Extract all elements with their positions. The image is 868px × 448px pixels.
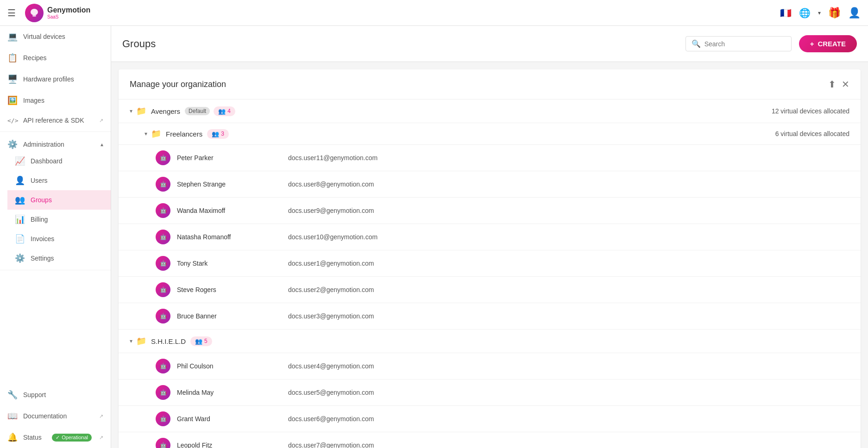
- member-name: Stephen Strange: [177, 180, 260, 188]
- badge-members-shield: 👥 5: [190, 336, 212, 346]
- group-row-shield: 📁 S.H.I.E.L.D 👥 5: [119, 330, 861, 353]
- layout: 💻 Virtual devices 📋 Recipes 🖥️ Hardware …: [0, 26, 868, 448]
- member-count: 4: [227, 108, 231, 114]
- chevron-down-icon[interactable]: ▾: [818, 10, 821, 16]
- sidebar-sub-label: Dashboard: [31, 157, 63, 165]
- sidebar-item-images[interactable]: 🖼️ Images: [0, 90, 111, 111]
- member-email: docs.user4@genymotion.com: [288, 362, 374, 370]
- sidebar-item-status[interactable]: 🔔 Status ✓ Operational ↗: [0, 427, 111, 448]
- page-header: Groups 🔍 + CREATE: [111, 26, 868, 62]
- sidebar-label: Recipes: [23, 54, 103, 62]
- sidebar-sub-label: Billing: [31, 216, 48, 223]
- sidebar-item-documentation[interactable]: 📖 Documentation ↗: [0, 405, 111, 427]
- panel-header: Manage your organization ⬆ ✕: [119, 69, 861, 100]
- sidebar-sub-label: Users: [31, 177, 48, 184]
- sidebar-item-groups[interactable]: 👥 Groups: [7, 190, 111, 210]
- sidebar-item-settings[interactable]: ⚙️ Settings: [7, 249, 111, 268]
- upload-button[interactable]: ⬆: [828, 79, 836, 90]
- member-email: docs.user2@genymotion.com: [288, 286, 374, 293]
- sidebar-item-billing[interactable]: 📊 Billing: [7, 210, 111, 229]
- member-row: 🤖 Wanda Maximoff docs.user9@genymotion.c…: [119, 198, 861, 224]
- subgroup-row-freelancers: 📁 Freelancers 👥 3 6 virtual devices allo…: [119, 123, 861, 145]
- member-row: 🤖 Peter Parker docs.user11@genymotion.co…: [119, 145, 861, 171]
- check-icon: ✓: [56, 435, 60, 441]
- status-text: Operational: [62, 435, 88, 440]
- create-button[interactable]: + CREATE: [799, 35, 857, 52]
- users-icon: 👤: [15, 175, 25, 186]
- sidebar-item-support[interactable]: 🔧 Support: [0, 384, 111, 405]
- status-icon: 🔔: [7, 432, 18, 442]
- navbar-right: 🇫🇷 🌐 ▾ 🎁 👤: [780, 7, 861, 19]
- hamburger-menu[interactable]: ☰: [7, 7, 16, 19]
- sidebar-label: Support: [23, 391, 103, 398]
- group-row-avengers: 📁 Avengers Default 👥 4 12 virtual device…: [119, 100, 861, 123]
- chevron-freelancers[interactable]: [145, 131, 147, 137]
- robot-icon: 🤖: [160, 286, 167, 293]
- sidebar-item-invoices[interactable]: 📄 Invoices: [7, 229, 111, 249]
- member-row: 🤖 Bruce Banner docs.user3@genymotion.com: [119, 303, 861, 330]
- logo-text: Genymotion SaaS: [47, 6, 90, 19]
- avatar-steve: 🤖: [156, 282, 170, 297]
- group-allocation-freelancers: 6 virtual devices allocated: [775, 130, 849, 137]
- member-name: Tony Stark: [177, 260, 260, 267]
- avatar-peter: 🤖: [156, 150, 170, 165]
- member-email: docs.user6@genymotion.com: [288, 415, 374, 423]
- member-row: 🤖 Grant Ward docs.user6@genymotion.com: [119, 406, 861, 432]
- recipes-icon: 📋: [7, 53, 18, 63]
- user-icon[interactable]: 👤: [848, 7, 861, 19]
- external-link-icon: ↗: [99, 413, 103, 419]
- close-button[interactable]: ✕: [842, 79, 849, 90]
- members-icon: 👥: [212, 131, 219, 137]
- globe-icon[interactable]: 🌐: [799, 7, 811, 19]
- member-row: 🤖 Steve Rogers docs.user2@genymotion.com: [119, 277, 861, 303]
- logo: Genymotion SaaS: [25, 4, 90, 22]
- sidebar-item-users[interactable]: 👤 Users: [7, 171, 111, 190]
- chevron-shield[interactable]: [130, 338, 132, 344]
- group-allocation-avengers: 12 virtual devices allocated: [772, 107, 849, 115]
- avatar-wanda: 🤖: [156, 203, 170, 218]
- sidebar-section-administration[interactable]: ⚙️ Administration ▴: [0, 134, 111, 151]
- sidebar-sub-label: Invoices: [31, 235, 54, 243]
- navbar: ☰ Genymotion SaaS 🇫🇷 🌐 ▾ 🎁 👤: [0, 0, 868, 26]
- chevron-avengers[interactable]: [130, 108, 132, 114]
- sidebar-label: API reference & SDK: [23, 117, 94, 124]
- member-name: Melinda May: [177, 389, 260, 396]
- member-name: Leopold Fitz: [177, 442, 260, 448]
- member-email: docs.user1@genymotion.com: [288, 260, 374, 267]
- gift-icon[interactable]: 🎁: [828, 7, 841, 19]
- sidebar-bottom: 🔧 Support 📖 Documentation ↗ 🔔 Status ✓ O…: [0, 384, 111, 448]
- member-row: 🤖 Melinda May docs.user5@genymotion.com: [119, 380, 861, 406]
- member-row: 🤖 Stephen Strange docs.user8@genymotion.…: [119, 171, 861, 198]
- sidebar-item-virtual-devices[interactable]: 💻 Virtual devices: [0, 26, 111, 47]
- member-row: 🤖 Natasha Romanoff docs.user10@genymotio…: [119, 224, 861, 250]
- api-icon: </>: [7, 117, 18, 124]
- avatar-grant: 🤖: [156, 411, 170, 426]
- administration-subitems: 📈 Dashboard 👤 Users 👥 Groups 📊 Billing 📄…: [0, 151, 111, 268]
- robot-icon: 🤖: [160, 442, 167, 448]
- robot-icon: 🤖: [160, 260, 167, 267]
- create-label: CREATE: [818, 40, 846, 48]
- svg-point-0: [31, 9, 38, 15]
- sidebar-item-recipes[interactable]: 📋 Recipes: [0, 47, 111, 68]
- member-email: docs.user11@genymotion.com: [288, 154, 377, 162]
- flag-icon[interactable]: 🇫🇷: [780, 7, 792, 19]
- images-icon: 🖼️: [7, 95, 18, 106]
- chevron-up-icon: ▴: [101, 141, 103, 148]
- member-name: Peter Parker: [177, 154, 260, 162]
- badge-default-avengers: Default: [185, 107, 210, 115]
- sidebar-item-hardware-profiles[interactable]: 🖥️ Hardware profiles: [0, 68, 111, 90]
- sidebar-item-api-reference[interactable]: </> API reference & SDK ↗: [0, 111, 111, 130]
- folder-icon-avengers: 📁: [136, 106, 146, 116]
- search-input[interactable]: [704, 40, 786, 48]
- robot-icon: 🤖: [160, 416, 167, 422]
- search-box[interactable]: 🔍: [686, 36, 792, 51]
- group-tree: 📁 Avengers Default 👥 4 12 virtual device…: [119, 100, 861, 448]
- member-email: docs.user10@genymotion.com: [288, 233, 377, 241]
- robot-icon: 🤖: [160, 181, 167, 187]
- external-link-icon: ↗: [99, 118, 103, 124]
- avatar-phil: 🤖: [156, 359, 170, 373]
- member-name: Natasha Romanoff: [177, 233, 260, 241]
- member-email: docs.user3@genymotion.com: [288, 312, 374, 320]
- sidebar-item-dashboard[interactable]: 📈 Dashboard: [7, 151, 111, 171]
- sidebar: 💻 Virtual devices 📋 Recipes 🖥️ Hardware …: [0, 26, 111, 448]
